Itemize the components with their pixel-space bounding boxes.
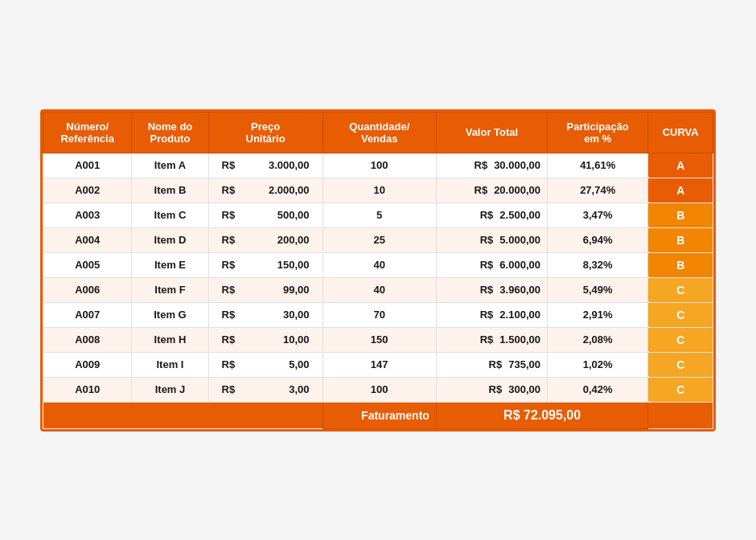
cell-valor-total: R$6.000,00 <box>436 252 547 277</box>
cell-nome: Item G <box>132 302 208 327</box>
cell-curva: C <box>648 327 713 352</box>
cell-referencia: A004 <box>43 227 132 252</box>
cell-participacao: 6,94% <box>547 227 647 252</box>
cell-valor-total: R$20.000,00 <box>436 178 547 202</box>
faturamento-empty-cell <box>43 402 132 428</box>
cell-referencia: A001 <box>43 153 132 178</box>
cell-quantidade: 70 <box>323 302 436 327</box>
cell-referencia: A002 <box>43 178 132 202</box>
cell-participacao: 41,61% <box>547 153 647 178</box>
header-preco-unitario: Preço Unitário <box>208 112 323 153</box>
cell-participacao: 27,74% <box>547 178 647 202</box>
faturamento-empty-cell <box>132 402 208 428</box>
cell-curva: C <box>648 377 713 402</box>
cell-quantidade: 100 <box>323 377 436 402</box>
cell-valor-total: R$2.500,00 <box>436 202 547 227</box>
cell-referencia: A003 <box>43 202 132 227</box>
cell-curva: C <box>648 302 713 327</box>
cell-referencia: A006 <box>43 277 132 302</box>
table-row: A009Item IR$5,00147R$735,001,02%C <box>43 352 713 377</box>
cell-nome: Item J <box>132 377 208 402</box>
table-row: A004Item DR$200,0025R$5.000,006,94%B <box>43 227 713 252</box>
cell-quantidade: 100 <box>323 153 436 178</box>
cell-participacao: 2,91% <box>547 302 647 327</box>
cell-quantidade: 150 <box>323 327 436 352</box>
table-row: A002Item BR$2.000,0010R$20.000,0027,74%A <box>43 178 713 202</box>
cell-participacao: 2,08% <box>547 327 647 352</box>
header-valor-total: Valor Total <box>436 112 547 153</box>
cell-nome: Item D <box>132 227 208 252</box>
faturamento-row: FaturamentoR$ 72.095,00 <box>43 402 713 428</box>
cell-preco: R$3.000,00 <box>208 153 323 178</box>
cell-quantidade: 25 <box>323 227 436 252</box>
curva-abc-table: Número/ Referência Nome do Produto Preço… <box>43 112 713 429</box>
cell-participacao: 0,42% <box>547 377 647 402</box>
table-row: A006Item FR$99,0040R$3.960,005,49%C <box>43 277 713 302</box>
cell-referencia: A007 <box>43 302 132 327</box>
cell-referencia: A008 <box>43 327 132 352</box>
cell-valor-total: R$1.500,00 <box>436 327 547 352</box>
cell-curva: A <box>648 153 713 178</box>
cell-curva: B <box>648 227 713 252</box>
cell-preco: R$500,00 <box>208 202 323 227</box>
cell-referencia: A009 <box>43 352 132 377</box>
cell-nome: Item E <box>132 252 208 277</box>
cell-curva: B <box>648 252 713 277</box>
header-quantidade-vendas: Quantidade/ Vendas <box>323 112 436 153</box>
cell-valor-total: R$300,00 <box>436 377 547 402</box>
cell-preco: R$2.000,00 <box>208 178 323 202</box>
table-row: A001Item AR$3.000,00100R$30.000,0041,61%… <box>43 153 713 178</box>
cell-quantidade: 40 <box>323 252 436 277</box>
table-row: A007Item GR$30,0070R$2.100,002,91%C <box>43 302 713 327</box>
table-header-row: Número/ Referência Nome do Produto Preço… <box>43 112 713 153</box>
cell-nome: Item C <box>132 202 208 227</box>
cell-preco: R$5,00 <box>208 352 323 377</box>
cell-preco: R$200,00 <box>208 227 323 252</box>
cell-nome: Item I <box>132 352 208 377</box>
cell-nome: Item A <box>132 153 208 178</box>
cell-curva: C <box>648 277 713 302</box>
cell-preco: R$10,00 <box>208 327 323 352</box>
cell-curva: B <box>648 202 713 227</box>
cell-referencia: A005 <box>43 252 132 277</box>
cell-nome: Item F <box>132 277 208 302</box>
table-row: A008Item HR$10,00150R$1.500,002,08%C <box>43 327 713 352</box>
cell-preco: R$99,00 <box>208 277 323 302</box>
header-participacao: Participação em % <box>547 112 647 153</box>
faturamento-label: Faturamento <box>323 402 436 428</box>
cell-quantidade: 147 <box>323 352 436 377</box>
cell-valor-total: R$30.000,00 <box>436 153 547 178</box>
cell-nome: Item H <box>132 327 208 352</box>
cell-participacao: 5,49% <box>547 277 647 302</box>
cell-quantidade: 5 <box>323 202 436 227</box>
cell-participacao: 3,47% <box>547 202 647 227</box>
table-row: A005Item ER$150,0040R$6.000,008,32%B <box>43 252 713 277</box>
header-nome-produto: Nome do Produto <box>132 112 208 153</box>
cell-participacao: 8,32% <box>547 252 647 277</box>
cell-preco: R$30,00 <box>208 302 323 327</box>
header-curva: CURVA <box>648 112 713 153</box>
main-table-wrapper: Número/ Referência Nome do Produto Preço… <box>40 109 716 432</box>
cell-valor-total: R$3.960,00 <box>436 277 547 302</box>
cell-quantidade: 10 <box>323 178 436 202</box>
cell-preco: R$150,00 <box>208 252 323 277</box>
cell-participacao: 1,02% <box>547 352 647 377</box>
faturamento-empty-cell <box>208 402 323 428</box>
header-referencia: Número/ Referência <box>43 112 132 153</box>
cell-valor-total: R$735,00 <box>436 352 547 377</box>
faturamento-value: R$ 72.095,00 <box>436 402 648 428</box>
cell-quantidade: 40 <box>323 277 436 302</box>
table-row: A010Item JR$3,00100R$300,000,42%C <box>43 377 713 402</box>
cell-referencia: A010 <box>43 377 132 402</box>
cell-preco: R$3,00 <box>208 377 323 402</box>
cell-nome: Item B <box>132 178 208 202</box>
table-row: A003Item CR$500,005R$2.500,003,47%B <box>43 202 713 227</box>
cell-valor-total: R$5.000,00 <box>436 227 547 252</box>
cell-valor-total: R$2.100,00 <box>436 302 547 327</box>
cell-curva: C <box>648 352 713 377</box>
faturamento-curva-empty <box>648 402 713 428</box>
cell-curva: A <box>648 178 713 202</box>
